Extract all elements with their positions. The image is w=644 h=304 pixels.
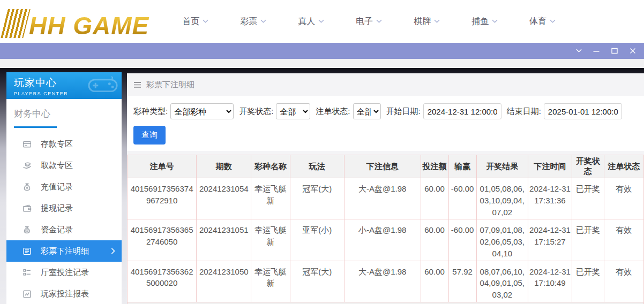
window-title-bar <box>0 43 644 59</box>
filter-row: 彩种类型: 全部彩种 开奖状态: 全部 注单状态: 全部 开始日期: <box>133 103 640 119</box>
filter-panel: 彩种类型: 全部彩种 开奖状态: 全部 注单状态: 全部 开始日期: <box>127 96 644 151</box>
sidebar-item-label: 彩票下注明细 <box>41 246 89 256</box>
column-header: 期数 <box>197 155 251 178</box>
hall-record-icon <box>23 268 32 277</box>
maximize-button[interactable] <box>611 47 618 55</box>
nav-item[interactable]: 体育 <box>529 16 556 27</box>
logo-stripes-icon <box>1 9 30 38</box>
table-cell: 01,05,08,06,03,10,09,04,07,02 <box>476 178 528 219</box>
table-cell: 有效 <box>604 261 643 302</box>
column-header: 注单状态 <box>604 155 643 178</box>
table-cell: 已开奖 <box>572 261 604 302</box>
close-button[interactable] <box>629 47 636 55</box>
column-header: 输赢 <box>448 155 476 178</box>
sidebar-item[interactable]: 资金记录 <box>6 219 122 240</box>
sidebar-item-label: 充值记录 <box>41 182 73 192</box>
table-cell: -60.00 <box>448 178 476 219</box>
chevron-right-icon <box>111 248 115 254</box>
top-header: HH GAME 首页彩票真人电子棋牌捕鱼体育 <box>0 0 644 43</box>
table-cell: 401569173563625000020 <box>128 261 197 302</box>
nav-item[interactable]: 电子 <box>356 16 382 27</box>
app-window: HH GAME 首页彩票真人电子棋牌捕鱼体育 玩家中心 PLAYERS CENT… <box>0 0 644 304</box>
table-cell: 08,07,06,10,04,09,01,05,03,02 <box>476 261 528 302</box>
gamepad-icon <box>87 74 118 98</box>
sidebar-item[interactable]: 厅室投注记录 <box>6 262 122 283</box>
nav-item[interactable]: 真人 <box>298 16 324 27</box>
main-content: 彩票下注明细 彩种类型: 全部彩种 开奖状态: 全部 注单状态: <box>127 73 644 304</box>
column-header: 下注时间 <box>528 155 572 178</box>
table-cell: 幸运飞艇新 <box>251 261 290 302</box>
table-cell: 2024-12-31 17:15:27 <box>528 219 572 261</box>
sidebar-item-label: 资金记录 <box>41 225 73 235</box>
sidebar-item-label: 提现记录 <box>41 203 73 214</box>
chevron-down-icon <box>318 19 324 24</box>
sidebar-item-label: 取款专区 <box>41 161 73 171</box>
column-header: 注单号 <box>128 155 197 178</box>
sidebar-item[interactable]: 充值记录 <box>6 176 122 197</box>
money-bag-icon <box>23 183 32 192</box>
main-nav: 首页彩票真人电子棋牌捕鱼体育 <box>182 16 556 27</box>
table-cell: 07,09,01,08,02,06,05,03,04,10 <box>476 219 528 261</box>
bets-table-card: 注单号期数彩种名称玩法下注信息投注额输赢开奖结果下注时间开奖状态注单状态 401… <box>127 155 644 304</box>
sidebar-item[interactable]: 玩家投注报表 <box>6 283 122 304</box>
table-cell: 2024-12-31 17:10:49 <box>528 261 572 302</box>
workspace: 玩家中心 PLAYERS CENTER 财务中心 存款专区取款专区充值记录提现记… <box>0 68 644 304</box>
lottery-type-label: 彩种类型: <box>133 107 168 117</box>
table-cell: 冠军(大) <box>290 261 344 302</box>
nav-item-label: 真人 <box>298 16 315 27</box>
nav-item[interactable]: 彩票 <box>240 16 266 27</box>
table-cell: 20241231051 <box>197 219 251 261</box>
column-header: 投注额 <box>421 155 448 178</box>
sidebar-item-label: 存款专区 <box>41 139 73 149</box>
bets-table: 注单号期数彩种名称玩法下注信息投注额输赢开奖结果下注时间开奖状态注单状态 401… <box>127 155 644 302</box>
table-cell: 401569173563749672910 <box>128 178 197 219</box>
draw-status-label: 开奖状态: <box>239 107 273 117</box>
table-cell: 幸运飞艇新 <box>251 178 290 219</box>
query-row: 查询 <box>133 126 640 145</box>
sidebar-item[interactable]: 取款专区 <box>6 155 122 176</box>
table-row: 40156917356362500002020241231050幸运飞艇新冠军(… <box>128 261 644 302</box>
sidebar-item[interactable]: 提现记录 <box>6 197 122 219</box>
nav-item[interactable]: 捕鱼 <box>471 16 498 27</box>
minimize-button[interactable] <box>593 47 600 55</box>
column-header: 彩种名称 <box>251 155 290 178</box>
column-header: 开奖状态 <box>572 155 604 178</box>
start-date-input[interactable] <box>423 103 501 119</box>
sidebar-item[interactable]: 彩票下注明细 <box>6 240 122 262</box>
draw-status-select[interactable]: 全部 <box>276 103 310 119</box>
bet-list-icon <box>23 247 32 256</box>
table-cell: 小-A盘@1.98 <box>344 219 421 261</box>
sidebar-item[interactable]: 存款专区 <box>6 133 122 155</box>
table-body: 40156917356374967291020241231054幸运飞艇新冠军(… <box>128 178 644 302</box>
nav-item-label: 捕鱼 <box>471 16 489 27</box>
table-cell: 401569173563652746050 <box>128 219 197 261</box>
hamburger-icon <box>133 81 141 88</box>
chevron-down-icon <box>492 19 498 24</box>
nav-item[interactable]: 棋牌 <box>414 16 440 27</box>
table-header-row: 注单号期数彩种名称玩法下注信息投注额输赢开奖结果下注时间开奖状态注单状态 <box>128 155 644 178</box>
sidebar-item-label: 玩家投注报表 <box>41 289 89 299</box>
sidebar-menu: 存款专区取款专区充值记录提现记录资金记录彩票下注明细厅室投注记录玩家投注报表 <box>6 133 122 304</box>
chevron-down-icon <box>260 19 266 24</box>
query-button[interactable]: 查询 <box>133 126 166 145</box>
table-cell: 2024-12-31 17:31:36 <box>528 178 572 219</box>
order-status-select[interactable]: 全部 <box>353 103 381 119</box>
order-status-label: 注单状态: <box>316 107 350 117</box>
bank-card-icon <box>23 140 32 149</box>
lottery-type-select[interactable]: 全部彩种 <box>170 103 234 119</box>
table-cell: 有效 <box>604 219 643 261</box>
chevron-down-button[interactable] <box>576 49 582 53</box>
table-cell: 有效 <box>604 178 643 219</box>
card-gap <box>127 151 644 155</box>
sidebar-section-title: 财务中心 <box>14 108 122 120</box>
table-row: 40156917356365274605020241231051幸运飞艇新亚军(… <box>128 219 644 261</box>
sidebar-item-label: 厅室投注记录 <box>41 268 89 278</box>
chevron-down-icon <box>376 19 382 24</box>
table-row: 40156917356374967291020241231054幸运飞艇新冠军(… <box>128 178 644 219</box>
chevron-down-icon <box>434 19 440 24</box>
nav-item[interactable]: 首页 <box>182 16 208 27</box>
end-date-input[interactable] <box>544 103 622 119</box>
header-divider-strip <box>0 59 644 68</box>
fund-bag-icon <box>23 225 32 234</box>
brand-logo: HH GAME <box>4 5 154 38</box>
